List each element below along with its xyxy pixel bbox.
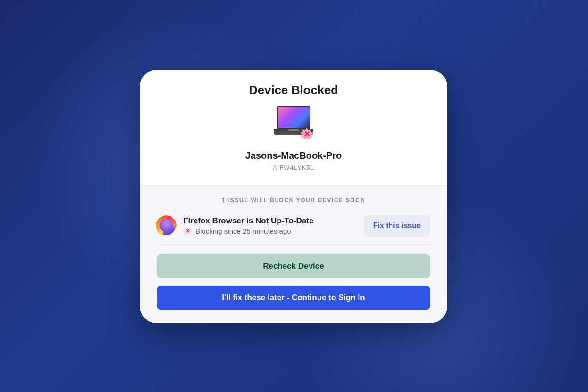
firefox-icon — [157, 216, 176, 235]
issue-body: Firefox Browser is Not Up-To-Date ✕ Bloc… — [183, 216, 356, 235]
issue-status: ✕ Blocking since 25 minutes ago — [183, 227, 356, 235]
issues-section: 1 ISSUE WILL BLOCK YOUR DEVICE SOON Fire… — [140, 185, 447, 323]
issue-row: Firefox Browser is Not Up-To-Date ✕ Bloc… — [157, 212, 430, 245]
device-illustration: ✕ — [272, 106, 315, 140]
device-serial: AIFW4LYK5L — [157, 164, 430, 171]
laptop-icon — [277, 106, 310, 129]
recheck-device-button[interactable]: Recheck Device — [157, 254, 430, 278]
continue-sign-in-button[interactable]: I'll fix these later - Continue to Sign … — [157, 286, 430, 310]
modal-header: Device Blocked ✕ Jasons-MacBook-Pro AIFW… — [140, 70, 447, 185]
issue-status-text: Blocking since 25 minutes ago — [196, 227, 291, 235]
issue-title: Firefox Browser is Not Up-To-Date — [183, 216, 356, 226]
fix-issue-button[interactable]: Fix this issue — [364, 215, 430, 237]
issues-caption: 1 ISSUE WILL BLOCK YOUR DEVICE SOON — [157, 197, 430, 204]
modal-title: Device Blocked — [157, 83, 430, 98]
device-name: Jasons-MacBook-Pro — [157, 150, 430, 161]
blocked-badge-icon: ✕ — [300, 128, 313, 141]
blocking-status-icon: ✕ — [183, 227, 192, 235]
x-icon: ✕ — [300, 128, 313, 141]
device-blocked-modal: Device Blocked ✕ Jasons-MacBook-Pro AIFW… — [140, 70, 447, 323]
